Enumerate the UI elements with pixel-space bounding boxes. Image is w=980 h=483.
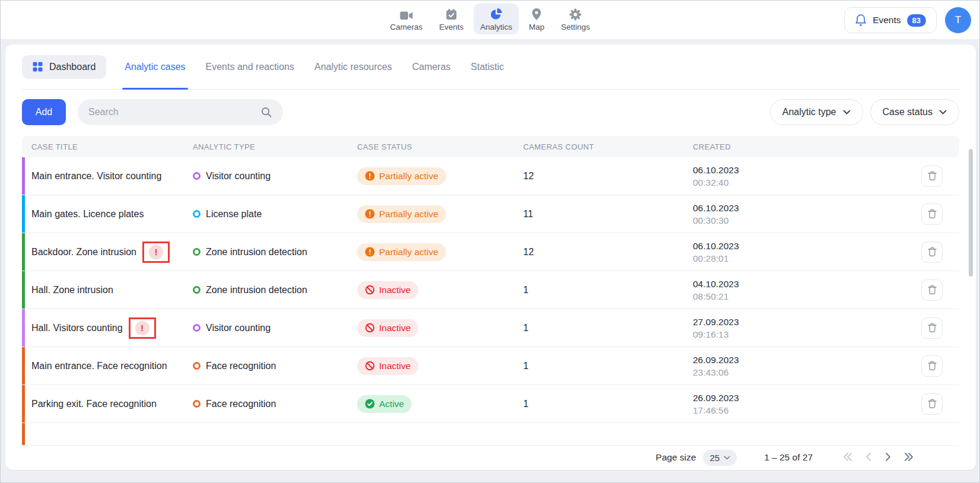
blocked-icon (365, 323, 375, 333)
table-row[interactable]: Main entrance. Visitor countingVisitor c… (22, 157, 959, 195)
case-title: Backdoor. Zone intrusion (31, 247, 136, 258)
search-input[interactable] (88, 107, 260, 117)
nav-item-cameras[interactable]: Cameras (383, 4, 429, 34)
row-accent-bar (22, 385, 25, 422)
filter-analytic-type[interactable]: Analytic type (770, 99, 863, 125)
add-button[interactable]: Add (22, 99, 66, 125)
search-bar (78, 99, 283, 125)
actions-cell (921, 166, 959, 187)
table-row[interactable]: Hall. Zone intrusionZone intrusion detec… (22, 271, 959, 309)
analytic-type-label: Zone intrusion detection (206, 285, 307, 295)
nav-item-map[interactable]: Map (523, 4, 551, 34)
page-size-select[interactable]: 25 (703, 450, 737, 466)
analytic-type-cell: Face recognition (193, 361, 357, 371)
delete-button[interactable] (921, 279, 943, 301)
cameras-count: 1 (523, 399, 693, 409)
created-time: 08:50:21 (693, 290, 921, 303)
delete-button[interactable] (921, 393, 943, 415)
last-page-button[interactable] (903, 452, 914, 463)
case-title: Main gates. Licence plates (31, 209, 144, 220)
status-badge: Partially active (357, 243, 446, 261)
tab-cameras[interactable]: Cameras (402, 45, 461, 89)
table-row[interactable]: Parking exit. Face recognitionFace recog… (22, 385, 959, 423)
tab-statistic[interactable]: Statistic (461, 45, 514, 89)
first-page-button[interactable] (842, 452, 853, 463)
delete-button[interactable] (921, 355, 943, 377)
nav-item-settings[interactable]: Settings (555, 4, 597, 34)
created-time: 00:28:01 (693, 252, 921, 265)
dashboard-label: Dashboard (49, 62, 96, 72)
created-time: 09:16:13 (693, 328, 921, 341)
partial-table-row (22, 423, 959, 446)
table-row[interactable]: Backdoor. Zone intrusionZone intrusion d… (22, 233, 959, 271)
previous-page-button[interactable] (866, 452, 872, 463)
case-title-cell: Main entrance. Face recognition (22, 361, 193, 371)
events-notifications-button[interactable]: Events 83 (844, 7, 937, 33)
analytic-type-cell: Zone intrusion detection (193, 285, 357, 295)
trash-icon (927, 246, 938, 258)
created-cell: 06.10.202300:30:30 (693, 202, 921, 227)
check-circle-icon (365, 399, 375, 409)
case-title-cell: Parking exit. Face recognition (22, 399, 193, 409)
cameras-count: 1 (523, 323, 693, 333)
status-badge: Partially active (357, 167, 446, 185)
nav-item-label: Settings (561, 23, 590, 31)
status-badge: Inactive (357, 281, 418, 299)
delete-button[interactable] (921, 242, 943, 263)
case-title: Hall. Zone intrusion (31, 285, 113, 295)
tab-analytic-resources[interactable]: Analytic resources (304, 45, 402, 89)
analytic-type-icon (193, 362, 201, 370)
created-date: 06.10.2023 (693, 202, 921, 214)
created-cell: 26.09.202323:43:06 (693, 354, 921, 379)
analytic-type-label: Visitor counting (206, 171, 271, 182)
filter-label: Case status (883, 107, 933, 117)
created-cell: 27.09.202309:16:13 (693, 316, 921, 341)
row-accent-bar (22, 195, 25, 233)
row-accent-bar (22, 271, 25, 309)
tab-events-and-reactions[interactable]: Events and reactions (196, 45, 304, 89)
top-navigation-bar: CamerasEventsAnalyticsMapSettings Events… (1, 1, 979, 40)
nav-item-label: Analytics (480, 23, 512, 31)
pie-chart-icon (490, 8, 503, 21)
table-row[interactable]: Hall. Visitors countingVisitor countingI… (22, 309, 959, 347)
filter-case-status[interactable]: Case status (870, 99, 959, 125)
pagination-range: 1 – 25 of 27 (764, 452, 813, 463)
case-title-cell: Hall. Zone intrusion (22, 285, 193, 295)
analytic-type-label: Face recognition (206, 399, 276, 409)
delete-button[interactable] (921, 317, 943, 339)
case-title-cell: Main gates. Licence plates (22, 209, 193, 220)
warning-icon (365, 209, 375, 219)
case-title: Main entrance. Visitor counting (31, 171, 161, 182)
avatar[interactable]: T (945, 7, 971, 33)
status-label: Partially active (379, 171, 438, 182)
tab-analytic-cases[interactable]: Analytic cases (114, 45, 195, 89)
nav-item-analytics[interactable]: Analytics (473, 4, 518, 34)
row-accent-bar (22, 347, 25, 385)
analytic-cases-table: CASE TITLE ANALYTIC TYPE CASE STATUS CAM… (22, 136, 959, 446)
delete-button[interactable] (921, 204, 943, 225)
analytic-type-icon (193, 248, 201, 256)
delete-button[interactable] (921, 166, 943, 187)
dashboard-button[interactable]: Dashboard (22, 55, 106, 79)
actions-cell (921, 279, 959, 301)
created-time: 00:32:40 (693, 176, 921, 189)
events-button-label: Events (873, 15, 901, 26)
table-row[interactable]: Main entrance. Face recognitionFace reco… (22, 347, 959, 385)
table-row[interactable]: Main gates. Licence platesLicense plateP… (22, 195, 959, 233)
created-date: 26.09.2023 (693, 354, 921, 366)
nav-item-events[interactable]: Events (432, 4, 470, 34)
created-cell: 06.10.202300:28:01 (693, 240, 921, 265)
status-badge: Partially active (357, 205, 446, 223)
created-date: 06.10.2023 (693, 240, 921, 252)
calendar-icon (445, 8, 457, 21)
analytic-type-icon (193, 400, 201, 408)
case-title: Main entrance. Face recognition (31, 361, 167, 371)
next-page-button[interactable] (884, 452, 891, 463)
analytic-type-cell: Visitor counting (193, 171, 357, 182)
vertical-scrollbar[interactable] (969, 149, 973, 277)
blocked-icon (365, 285, 375, 295)
app-window: CamerasEventsAnalyticsMapSettings Events… (0, 0, 980, 483)
status-label: Partially active (379, 209, 438, 220)
case-title: Hall. Visitors counting (31, 323, 123, 333)
tabs-container: Analytic casesEvents and reactionsAnalyt… (114, 45, 514, 89)
